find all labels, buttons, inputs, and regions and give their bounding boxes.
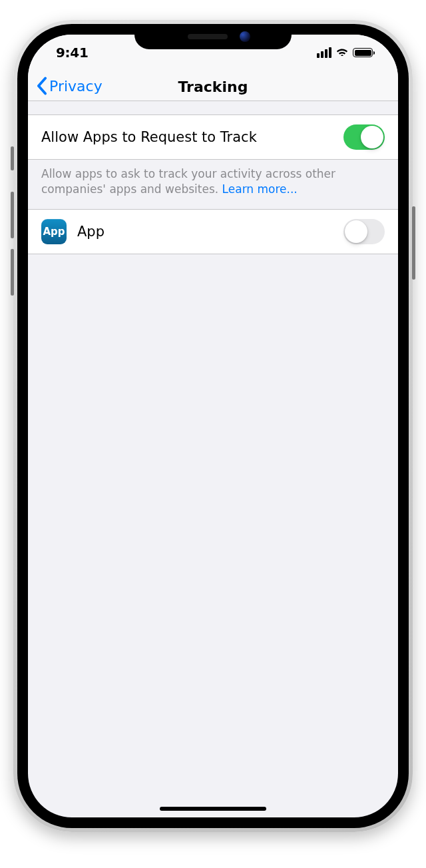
page-title: Tracking [28, 79, 398, 95]
home-indicator[interactable] [160, 807, 266, 811]
volume-down-button [11, 249, 14, 296]
allow-apps-request-toggle[interactable] [343, 124, 385, 150]
screen: 9:41 Privacy Tracking [28, 35, 398, 817]
app-tracking-toggle[interactable] [343, 219, 385, 244]
silent-switch [11, 146, 14, 170]
device-frame: 9:41 Privacy Tracking [13, 20, 413, 832]
app-icon: App [41, 219, 67, 244]
front-camera [240, 31, 250, 42]
volume-up-button [11, 192, 14, 238]
app-name-label: App [77, 224, 343, 240]
wifi-icon [335, 48, 349, 58]
app-tracking-row: App App [28, 210, 398, 254]
notch [134, 24, 292, 49]
apps-list-group: App App [28, 209, 398, 254]
device-bezel: 9:41 Privacy Tracking [17, 24, 409, 828]
status-indicators [317, 47, 378, 58]
status-time: 9:41 [48, 45, 89, 61]
power-button [412, 206, 415, 280]
battery-icon [353, 48, 373, 57]
cellular-icon [317, 47, 331, 58]
allow-apps-request-label: Allow Apps to Request to Track [41, 129, 343, 145]
learn-more-link[interactable]: Learn more... [222, 182, 298, 196]
allow-apps-description: Allow apps to ask to track your activity… [28, 160, 398, 209]
master-toggle-group: Allow Apps to Request to Track [28, 114, 398, 160]
allow-apps-request-row: Allow Apps to Request to Track [28, 115, 398, 159]
speaker-grille [188, 34, 228, 39]
content-area: Allow Apps to Request to Track Allow app… [28, 101, 398, 254]
